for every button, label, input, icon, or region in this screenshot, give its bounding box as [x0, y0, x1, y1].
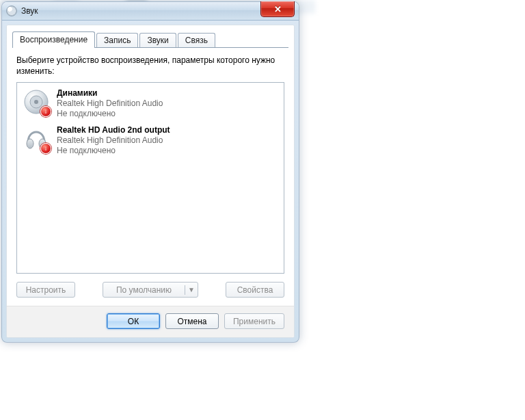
status-unplugged-icon	[40, 143, 51, 154]
button-label: Свойства	[237, 285, 273, 295]
device-driver: Realtek High Definition Audio	[57, 135, 170, 145]
device-text: Динамики Realtek High Definition Audio Н…	[57, 88, 163, 118]
device-status: Не подключено	[57, 146, 170, 155]
properties-button[interactable]: Свойства	[226, 282, 284, 298]
button-label: Применить	[233, 317, 275, 326]
device-action-row: Настроить По умолчанию ▼ Свойства	[16, 282, 284, 298]
window-title: Звук	[21, 6, 38, 16]
button-label: Настроить	[26, 285, 66, 295]
cancel-button[interactable]: Отмена	[165, 313, 219, 329]
device-name: Динамики	[57, 88, 163, 98]
svg-point-2	[34, 100, 38, 104]
commit-bar: ОК Отмена Применить	[7, 306, 294, 337]
button-label: По умолчанию	[103, 285, 185, 295]
titlebar[interactable]: Звук ✕	[2, 2, 299, 21]
tab-label: Запись	[104, 36, 131, 45]
tab-recording[interactable]: Запись	[96, 33, 138, 48]
device-name: Realtek HD Audio 2nd output	[57, 125, 170, 135]
device-item-speakers[interactable]: Динамики Realtek High Definition Audio Н…	[18, 86, 282, 122]
tab-sounds[interactable]: Звуки	[139, 33, 176, 48]
headphones-icon	[23, 125, 50, 153]
tab-playback[interactable]: Воспроизведение	[12, 31, 95, 48]
window-close-button[interactable]: ✕	[260, 1, 295, 17]
status-unplugged-icon	[40, 106, 51, 117]
button-label: ОК	[128, 317, 139, 326]
chevron-down-icon[interactable]: ▼	[185, 286, 198, 293]
tab-label: Связь	[185, 36, 208, 45]
tab-label: Звуки	[147, 36, 168, 45]
device-driver: Realtek High Definition Audio	[57, 99, 163, 108]
device-item-headphones[interactable]: Realtek HD Audio 2nd output Realtek High…	[18, 122, 282, 159]
device-text: Realtek HD Audio 2nd output Realtek High…	[57, 125, 170, 155]
speaker-icon	[23, 88, 50, 116]
dialog-body: Воспроизведение Запись Звуки Связь Выбер…	[6, 25, 295, 338]
button-label: Отмена	[177, 317, 206, 326]
instruction-text: Выберите устройство воспроизведения, пар…	[16, 55, 284, 77]
tab-page-playback: Выберите устройство воспроизведения, пар…	[7, 48, 294, 306]
set-default-split-button[interactable]: По умолчанию ▼	[103, 282, 198, 298]
tab-communications[interactable]: Связь	[178, 33, 215, 48]
configure-button[interactable]: Настроить	[16, 282, 75, 298]
svg-point-3	[27, 139, 33, 148]
tabstrip: Воспроизведение Запись Звуки Связь	[7, 25, 294, 47]
sound-app-icon	[6, 5, 17, 16]
close-icon: ✕	[274, 4, 282, 14]
playback-device-list[interactable]: Динамики Realtek High Definition Audio Н…	[16, 82, 284, 274]
sound-dialog-window: Звук ✕ Воспроизведение Запись Звуки Связ…	[1, 1, 299, 343]
device-status: Не подключено	[57, 109, 163, 118]
tab-label: Воспроизведение	[20, 35, 88, 44]
ok-button[interactable]: ОК	[107, 313, 160, 329]
apply-button[interactable]: Применить	[224, 313, 284, 329]
